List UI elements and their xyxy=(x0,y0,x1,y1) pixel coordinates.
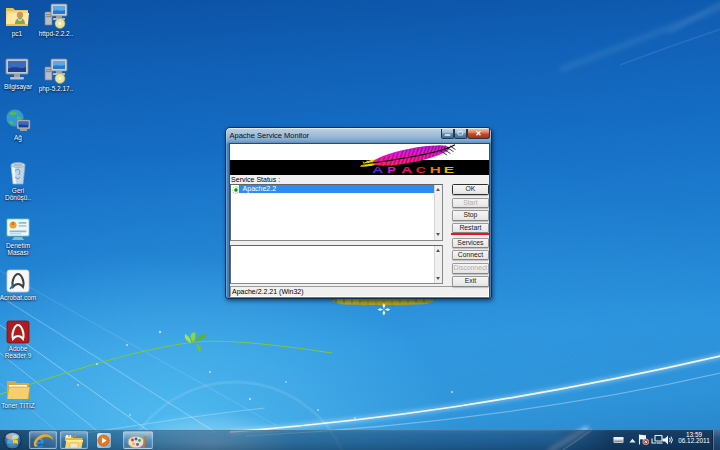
svg-text:APACHE: APACHE xyxy=(372,164,454,174)
